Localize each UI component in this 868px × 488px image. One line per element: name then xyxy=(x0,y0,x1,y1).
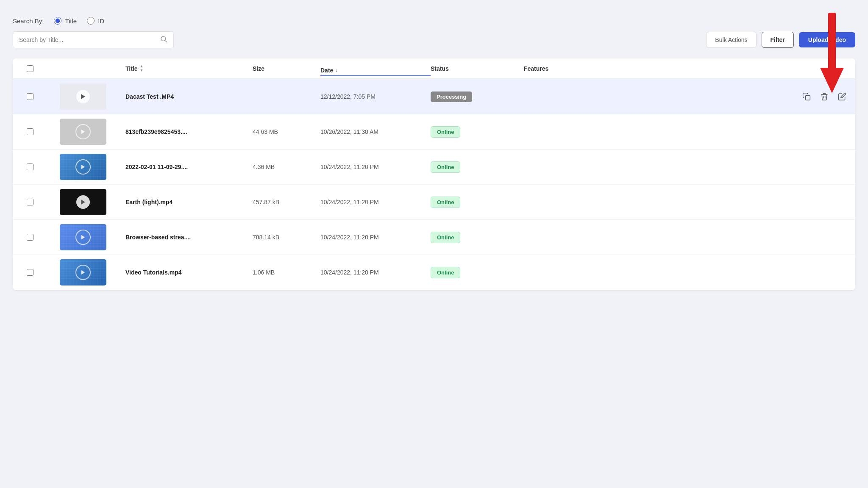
video-title: Browser-based strea.... xyxy=(125,234,253,241)
header-checkbox-cell xyxy=(19,65,41,72)
thumbnail-cell xyxy=(41,83,125,110)
video-size: 457.87 kB xyxy=(253,199,320,205)
table-row: Video Tutorials.mp4 1.06 MB 10/24/2022, … xyxy=(13,255,855,290)
title-sort-icon: ▲ ▼ xyxy=(140,64,144,72)
radio-id[interactable]: ID xyxy=(87,17,104,25)
radio-id-label: ID xyxy=(98,17,104,25)
play-icon xyxy=(76,90,90,103)
date-sort-icon: ↓ xyxy=(335,67,338,73)
row-checkbox-cell xyxy=(19,234,41,241)
thumbnail-image xyxy=(60,259,106,286)
row-checkbox-cell xyxy=(19,199,41,205)
status-cell: Online xyxy=(431,232,524,243)
svg-rect-3 xyxy=(806,96,810,100)
select-all-checkbox[interactable] xyxy=(27,65,33,72)
header-size: Size xyxy=(253,65,320,72)
table-row: 2022-02-01 11-09-29.... 4.36 MB 10/24/20… xyxy=(13,150,855,185)
thumbnail-image xyxy=(60,119,106,145)
header-status: Status xyxy=(431,65,524,72)
bulk-actions-button[interactable]: Bulk Actions xyxy=(706,32,756,48)
status-cell: Online xyxy=(431,161,524,173)
header-date[interactable]: Date ↓ xyxy=(320,67,431,76)
thumbnail-image xyxy=(60,154,106,180)
search-by-row: Search By: Title ID xyxy=(13,17,855,25)
row-actions xyxy=(524,90,849,103)
radio-title[interactable]: Title xyxy=(54,17,77,25)
thumbnail-image xyxy=(60,189,106,215)
video-size: 1.06 MB xyxy=(253,269,320,276)
thumbnail-cell xyxy=(41,224,125,250)
row-checkbox[interactable] xyxy=(27,164,33,170)
search-by-label: Search By: xyxy=(13,17,44,25)
video-title: Earth (light).mp4 xyxy=(125,199,253,205)
table-row: Earth (light).mp4 457.87 kB 10/24/2022, … xyxy=(13,185,855,220)
status-cell: Online xyxy=(431,267,524,278)
status-badge: Online xyxy=(431,126,460,138)
status-badge: Online xyxy=(431,232,460,243)
video-size: 788.14 kB xyxy=(253,234,320,241)
video-title: 2022-02-01 11-09-29.... xyxy=(125,164,253,170)
table-row: 813cfb239e9825453.... 44.63 MB 10/26/202… xyxy=(13,114,855,150)
video-title: Video Tutorials.mp4 xyxy=(125,269,253,276)
play-icon xyxy=(76,195,90,209)
copy-icon[interactable] xyxy=(800,90,813,103)
svg-marker-2 xyxy=(81,94,85,99)
svg-point-0 xyxy=(161,36,166,41)
row-checkbox[interactable] xyxy=(27,269,33,276)
row-checkbox[interactable] xyxy=(27,234,33,241)
search-box xyxy=(13,31,174,48)
svg-marker-6 xyxy=(81,200,85,205)
header-features: Features xyxy=(524,65,849,72)
video-size: 44.63 MB xyxy=(253,128,320,135)
status-cell: Online xyxy=(431,126,524,138)
video-date: 10/24/2022, 11:20 PM xyxy=(320,269,431,276)
video-date: 10/24/2022, 11:20 PM xyxy=(320,199,431,205)
video-title: 813cfb239e9825453.... xyxy=(125,128,253,135)
thumbnail-placeholder xyxy=(60,83,106,110)
row-checkbox-cell xyxy=(19,93,41,100)
table-row: Browser-based strea.... 788.14 kB 10/24/… xyxy=(13,220,855,255)
row-checkbox[interactable] xyxy=(27,128,33,135)
thumbnail-cell xyxy=(41,259,125,286)
thumbnail-cell xyxy=(41,189,125,215)
table-header: Title ▲ ▼ Size Date ↓ Status Features xyxy=(13,58,855,79)
row-checkbox-cell xyxy=(19,128,41,135)
status-badge: Online xyxy=(431,197,460,208)
svg-line-1 xyxy=(165,41,167,42)
search-input[interactable] xyxy=(19,36,156,43)
upload-video-button[interactable]: Upload Video xyxy=(799,32,855,47)
table-row: Dacast Test .MP4 12/12/2022, 7:05 PM Pro… xyxy=(13,79,855,114)
row-checkbox-cell xyxy=(19,269,41,276)
video-date: 12/12/2022, 7:05 PM xyxy=(320,93,431,100)
status-cell: Processing xyxy=(431,92,524,102)
video-date: 10/24/2022, 11:20 PM xyxy=(320,234,431,241)
video-title: Dacast Test .MP4 xyxy=(125,93,253,100)
search-icon xyxy=(160,35,167,44)
video-date: 10/26/2022, 11:30 AM xyxy=(320,128,431,135)
radio-title-label: Title xyxy=(65,17,77,25)
status-badge: Online xyxy=(431,161,460,173)
thumbnail-cell xyxy=(41,119,125,145)
delete-icon[interactable] xyxy=(818,90,831,103)
radio-id-input[interactable] xyxy=(87,17,95,25)
edit-icon[interactable] xyxy=(836,90,849,103)
video-date: 10/24/2022, 11:20 PM xyxy=(320,164,431,170)
row-checkbox[interactable] xyxy=(27,199,33,205)
row-checkbox-cell xyxy=(19,164,41,170)
status-cell: Online xyxy=(431,197,524,208)
thumbnail-image xyxy=(60,224,106,250)
toolbar-row: Bulk Actions Filter Upload Video xyxy=(13,31,855,48)
radio-title-input[interactable] xyxy=(54,17,61,25)
status-badge: Online xyxy=(431,267,460,278)
video-table: Title ▲ ▼ Size Date ↓ Status Features xyxy=(13,58,855,290)
header-title[interactable]: Title ▲ ▼ xyxy=(125,64,253,72)
video-size: 4.36 MB xyxy=(253,164,320,170)
thumbnail-cell xyxy=(41,154,125,180)
status-badge: Processing xyxy=(431,92,472,102)
filter-button[interactable]: Filter xyxy=(762,32,794,48)
row-checkbox[interactable] xyxy=(27,93,33,100)
